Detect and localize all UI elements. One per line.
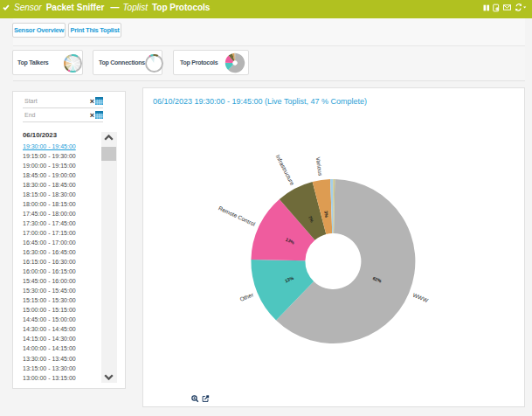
- toolbar-row: Sensor Overview Print This Toplist: [13, 18, 525, 46]
- clear-end-icon[interactable]: ×: [90, 112, 94, 119]
- time-slot-link[interactable]: 17:00:00 - 17:15:00: [23, 228, 76, 238]
- sensor-header-bar: Sensor Packet Sniffer — Toplist Top Prot…: [0, 0, 532, 18]
- time-range-panel: × × 06/10/202319:30:00 - 19:45:0019:15:0…: [12, 91, 126, 389]
- time-slot-link[interactable]: 19:00:00 - 19:15:00: [23, 161, 76, 170]
- tab-top-connections[interactable]: Top Connections: [93, 50, 162, 75]
- time-slot-link[interactable]: 13:15:00 - 13:30:00: [23, 364, 76, 373]
- end-date-row: ×: [23, 108, 103, 122]
- time-slot-link[interactable]: 15:00:00 - 15:15:00: [23, 305, 76, 315]
- breadcrumb-toplist: Toplist: [122, 3, 148, 12]
- sensor-overview-button[interactable]: Sensor Overview: [12, 23, 66, 38]
- slice-category-label: WWW: [412, 292, 430, 304]
- scrollbar-thumb[interactable]: [101, 147, 116, 161]
- tab-top-protocols[interactable]: Top Protocols: [173, 50, 249, 75]
- time-slot-link[interactable]: 16:30:00 - 16:45:00: [23, 247, 76, 257]
- slice-category-label: Remote Control: [218, 205, 257, 227]
- top-protocols-mini-pie-icon: [225, 52, 245, 73]
- time-slot-link[interactable]: 19:30:00 - 19:45:00: [23, 142, 76, 151]
- top-talkers-mini-pie-icon: [63, 53, 83, 73]
- refresh-icon[interactable]: [515, 3, 527, 11]
- scrollbar[interactable]: [101, 132, 117, 383]
- time-slot-link[interactable]: 18:00:00 - 18:15:00: [23, 199, 76, 209]
- time-slot-link[interactable]: 14:30:00 - 14:45:00: [23, 324, 76, 334]
- breadcrumb-sensor-name[interactable]: Packet Sniffer: [46, 3, 105, 12]
- breadcrumb-sensor[interactable]: Sensor: [14, 3, 42, 12]
- calendar-end-icon[interactable]: [95, 111, 103, 119]
- time-slot-link[interactable]: 19:15:00 - 19:30:00: [23, 151, 76, 161]
- breadcrumb: Sensor Packet Sniffer — Toplist Top Prot…: [14, 3, 214, 12]
- time-slot-link[interactable]: 14:00:00 - 14:15:00: [23, 343, 76, 353]
- zoom-icon[interactable]: [191, 395, 199, 403]
- toplist-tabs-row: Top Talkers Top Connections Top Protocol…: [13, 46, 525, 80]
- breadcrumb-toplist-name: Top Protocols: [152, 3, 210, 12]
- time-slot-link[interactable]: 16:45:00 - 17:00:00: [23, 238, 76, 247]
- status-ok-check-icon: [3, 4, 10, 10]
- time-slot-link[interactable]: 15:30:00 - 15:45:00: [23, 286, 76, 295]
- start-date-input[interactable]: [23, 98, 90, 104]
- time-slot-link[interactable]: 18:45:00 - 19:00:00: [23, 170, 76, 180]
- chart-corner-tools: [191, 395, 210, 403]
- end-date-input[interactable]: [23, 112, 90, 118]
- print-toplist-button[interactable]: Print This Toplist: [68, 23, 121, 38]
- scrollbar-up-icon[interactable]: [101, 132, 117, 143]
- tab-top-connections-label: Top Connections: [99, 59, 145, 66]
- time-slot-list: 06/10/202319:30:00 - 19:45:0019:15:00 - …: [23, 130, 117, 385]
- start-date-row: ×: [23, 94, 103, 108]
- tab-top-talkers-label: Top Talkers: [17, 59, 49, 66]
- section-divider: [13, 80, 525, 81]
- time-slot-link[interactable]: 17:45:00 - 18:00:00: [23, 209, 76, 218]
- prtg-toplist-page: Sensor Packet Sniffer — Toplist Top Prot…: [0, 0, 532, 416]
- slice-category-label: Infrastructure: [275, 154, 296, 186]
- email-icon[interactable]: [503, 4, 511, 10]
- time-slot-link[interactable]: 16:15:00 - 16:30:00: [23, 257, 76, 267]
- toplist-chart-card: 06/10/2023 19:30:00 - 19:45:00 (Live Top…: [142, 87, 525, 407]
- time-slot-link[interactable]: 14:45:00 - 15:00:00: [23, 315, 76, 324]
- slice-category-label: Various: [315, 156, 324, 177]
- calendar-start-icon[interactable]: [95, 97, 103, 105]
- time-slot-link[interactable]: 15:45:00 - 16:00:00: [23, 276, 76, 286]
- top-connections-mini-pie-icon: [144, 53, 164, 73]
- time-slot-link[interactable]: 14:15:00 - 14:30:00: [23, 334, 76, 343]
- time-slot-link[interactable]: 13:00:00 - 13:15:00: [23, 373, 76, 383]
- open-external-icon[interactable]: [202, 395, 210, 403]
- clear-start-icon[interactable]: ×: [90, 98, 94, 105]
- add-report-icon[interactable]: [493, 3, 500, 12]
- tab-top-protocols-label: Top Protocols: [180, 59, 218, 66]
- time-slot-link[interactable]: 15:15:00 - 15:30:00: [23, 295, 76, 305]
- slice-percent-label: 3%: [323, 211, 329, 218]
- time-slot-items: 06/10/202319:30:00 - 19:45:0019:15:00 - …: [23, 130, 76, 383]
- time-slot-link[interactable]: 18:30:00 - 18:45:00: [23, 180, 76, 190]
- tab-top-talkers[interactable]: Top Talkers: [12, 50, 83, 75]
- breadcrumb-separator: —: [110, 3, 119, 12]
- date-header: 06/10/2023: [23, 130, 76, 142]
- time-slot-link[interactable]: 13:30:00 - 13:45:00: [23, 354, 76, 364]
- slice-category-label: Other: [238, 291, 254, 302]
- pause-icon[interactable]: [483, 4, 490, 11]
- time-slot-link[interactable]: 18:15:00 - 18:30:00: [23, 190, 76, 199]
- top-protocols-donut-chart: 62%13%13%7%3%WWWOtherRemote ControlInfra…: [143, 88, 526, 408]
- time-slot-link[interactable]: 17:30:00 - 17:45:00: [23, 218, 76, 228]
- scrollbar-down-icon[interactable]: [101, 371, 117, 383]
- header-action-icons: [483, 0, 528, 15]
- time-slot-link[interactable]: 16:00:00 - 16:15:00: [23, 267, 76, 276]
